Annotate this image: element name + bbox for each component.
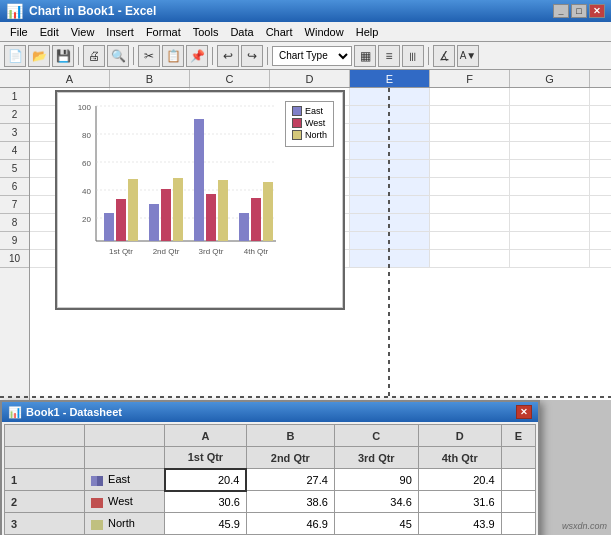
ds-qtr-5: [501, 447, 535, 469]
menu-tools[interactable]: Tools: [187, 25, 225, 39]
ds-west-q3[interactable]: 34.6: [334, 491, 418, 513]
menu-help[interactable]: Help: [350, 25, 385, 39]
close-button[interactable]: ✕: [589, 4, 605, 18]
undo-button[interactable]: ↩: [217, 45, 239, 67]
ds-qtr-row: 1st Qtr 2nd Qtr 3rd Qtr 4th Qtr: [5, 447, 536, 469]
ds-east-e[interactable]: [501, 469, 535, 491]
cell-e6[interactable]: [350, 178, 430, 195]
ds-col-a[interactable]: A: [165, 425, 247, 447]
preview-button[interactable]: 🔍: [107, 45, 129, 67]
cell-e2[interactable]: [350, 106, 430, 123]
svg-text:1st Qtr: 1st Qtr: [109, 247, 133, 256]
redo-button[interactable]: ↪: [241, 45, 263, 67]
ds-north-q3[interactable]: 45: [334, 513, 418, 535]
new-button[interactable]: 📄: [4, 45, 26, 67]
print-button[interactable]: 🖨: [83, 45, 105, 67]
ds-east-q3[interactable]: 90: [334, 469, 418, 491]
cell-g5[interactable]: [510, 160, 590, 177]
ds-north-e[interactable]: [501, 513, 535, 535]
cell-f9[interactable]: [430, 232, 510, 249]
copy-button[interactable]: 📋: [162, 45, 184, 67]
ds-west-e[interactable]: [501, 491, 535, 513]
cell-f4[interactable]: [430, 142, 510, 159]
ds-qtr-3[interactable]: 3rd Qtr: [334, 447, 418, 469]
chart-type-select[interactable]: Chart Type: [272, 46, 352, 66]
ds-col-e[interactable]: E: [501, 425, 535, 447]
col-header-e[interactable]: E: [350, 70, 430, 87]
cell-e3[interactable]: [350, 124, 430, 141]
angle-text-button[interactable]: ∡: [433, 45, 455, 67]
ds-north-q1[interactable]: 45.9: [165, 513, 247, 535]
menu-edit[interactable]: Edit: [34, 25, 65, 39]
bar-north-q1: [128, 179, 138, 241]
cell-g1[interactable]: [510, 88, 590, 105]
cell-f5[interactable]: [430, 160, 510, 177]
paste-button[interactable]: 📌: [186, 45, 208, 67]
ds-north-q2[interactable]: 46.9: [246, 513, 334, 535]
menu-chart[interactable]: Chart: [260, 25, 299, 39]
ds-west-q4[interactable]: 31.6: [418, 491, 501, 513]
cell-g2[interactable]: [510, 106, 590, 123]
cell-e1[interactable]: [350, 88, 430, 105]
cell-g7[interactable]: [510, 196, 590, 213]
save-button[interactable]: 💾: [52, 45, 74, 67]
ds-qtr-2[interactable]: 2nd Qtr: [246, 447, 334, 469]
ds-col-b[interactable]: B: [246, 425, 334, 447]
col-header-f[interactable]: F: [430, 70, 510, 87]
col-header-a[interactable]: A: [30, 70, 110, 87]
maximize-button[interactable]: □: [571, 4, 587, 18]
ds-west-q1[interactable]: 30.6: [165, 491, 247, 513]
ds-col-c[interactable]: C: [334, 425, 418, 447]
cell-g9[interactable]: [510, 232, 590, 249]
menu-insert[interactable]: Insert: [100, 25, 140, 39]
cell-e7[interactable]: [350, 196, 430, 213]
menu-view[interactable]: View: [65, 25, 101, 39]
ds-east-q2[interactable]: 27.4: [246, 469, 334, 491]
ds-qtr-1[interactable]: 1st Qtr: [165, 447, 247, 469]
fill-color-button[interactable]: A▼: [457, 45, 479, 67]
svg-text:40: 40: [82, 187, 91, 196]
cell-g8[interactable]: [510, 214, 590, 231]
menu-file[interactable]: File: [4, 25, 34, 39]
cell-f6[interactable]: [430, 178, 510, 195]
cell-e10[interactable]: [350, 250, 430, 267]
cell-f2[interactable]: [430, 106, 510, 123]
cell-e4[interactable]: [350, 142, 430, 159]
cell-f8[interactable]: [430, 214, 510, 231]
cell-f1[interactable]: [430, 88, 510, 105]
ds-col-d[interactable]: D: [418, 425, 501, 447]
cell-f3[interactable]: [430, 124, 510, 141]
cell-g3[interactable]: [510, 124, 590, 141]
chart-container[interactable]: 100 80 60 40 20: [55, 90, 345, 310]
menu-data[interactable]: Data: [224, 25, 259, 39]
cell-e8[interactable]: [350, 214, 430, 231]
by-col-button[interactable]: ⫼: [402, 45, 424, 67]
ds-west-q2[interactable]: 38.6: [246, 491, 334, 513]
cell-f10[interactable]: [430, 250, 510, 267]
cell-g10[interactable]: [510, 250, 590, 267]
cell-f7[interactable]: [430, 196, 510, 213]
col-header-d[interactable]: D: [270, 70, 350, 87]
col-header-b[interactable]: B: [110, 70, 190, 87]
cell-g6[interactable]: [510, 178, 590, 195]
by-row-button[interactable]: ≡: [378, 45, 400, 67]
menu-window[interactable]: Window: [299, 25, 350, 39]
ds-qtr-4[interactable]: 4th Qtr: [418, 447, 501, 469]
window-controls[interactable]: _ □ ✕: [553, 4, 605, 18]
cell-e9[interactable]: [350, 232, 430, 249]
col-header-c[interactable]: C: [190, 70, 270, 87]
minimize-button[interactable]: _: [553, 4, 569, 18]
open-button[interactable]: 📂: [28, 45, 50, 67]
cell-g4[interactable]: [510, 142, 590, 159]
ds-north-q4[interactable]: 43.9: [418, 513, 501, 535]
cell-e5[interactable]: [350, 160, 430, 177]
col-header-g[interactable]: G: [510, 70, 590, 87]
data-table-button[interactable]: ▦: [354, 45, 376, 67]
ds-east-q4[interactable]: 20.4: [418, 469, 501, 491]
menu-format[interactable]: Format: [140, 25, 187, 39]
chart-svg: 100 80 60 40 20: [66, 101, 276, 271]
dialog-close-button[interactable]: ✕: [516, 405, 532, 419]
ds-east-q1[interactable]: 20.4: [165, 469, 247, 491]
legend-north-label: North: [305, 130, 327, 140]
cut-button[interactable]: ✂: [138, 45, 160, 67]
